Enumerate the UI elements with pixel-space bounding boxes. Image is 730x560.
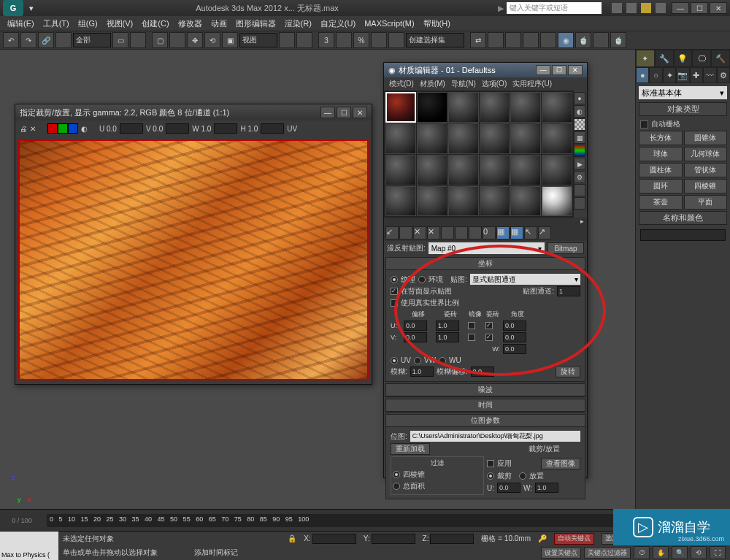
material-slot[interactable] bbox=[542, 186, 572, 217]
material-slot[interactable] bbox=[448, 123, 479, 154]
undo-button[interactable]: ↶ bbox=[3, 32, 19, 48]
selection-filter[interactable]: 全部 bbox=[73, 33, 111, 47]
go-parent-button[interactable]: ↖ bbox=[524, 226, 537, 239]
summed-radio[interactable] bbox=[393, 483, 400, 490]
crop-radio[interactable] bbox=[487, 472, 494, 480]
mirror-button[interactable]: ⇄ bbox=[470, 32, 486, 48]
mat-min-button[interactable]: — bbox=[536, 65, 550, 75]
angle-snap-button[interactable] bbox=[336, 32, 352, 48]
snap-button[interactable]: 3 bbox=[318, 32, 334, 48]
tool-icon[interactable]: 🔧 bbox=[655, 50, 674, 67]
rotate-button[interactable]: ⟲ bbox=[204, 32, 220, 48]
autokey-button[interactable]: 自动关键点 bbox=[554, 533, 594, 545]
space-icon[interactable]: 〰 bbox=[703, 67, 716, 83]
render-button[interactable]: 🍵 bbox=[610, 32, 626, 48]
prim-geosphere[interactable]: 几何球体 bbox=[684, 147, 728, 161]
key-icon[interactable]: 🔑 bbox=[538, 534, 547, 542]
select-name-button[interactable] bbox=[130, 32, 146, 48]
material-slot[interactable] bbox=[510, 155, 541, 185]
menu-rendering[interactable]: 渲染(R) bbox=[282, 18, 315, 29]
named-selset-dropdown[interactable]: 创建选择集 bbox=[406, 33, 464, 47]
prim-teapot[interactable]: 茶壶 bbox=[639, 195, 683, 210]
ref-coord-dropdown[interactable]: 视图 bbox=[239, 33, 277, 47]
material-editor-button[interactable]: ◉ bbox=[558, 32, 574, 48]
noise-rollout[interactable]: 噪波 bbox=[386, 384, 585, 396]
blur-spinner[interactable]: 1.0 bbox=[410, 367, 434, 377]
u-angle[interactable]: 0.0 bbox=[503, 321, 526, 331]
material-slot[interactable] bbox=[417, 186, 447, 217]
wu-radio[interactable] bbox=[439, 357, 446, 364]
v-spinner[interactable] bbox=[166, 123, 189, 134]
menu-maxscript[interactable]: MAXScript(M) bbox=[361, 19, 417, 28]
material-slot[interactable] bbox=[510, 186, 541, 217]
menu-grapheditors[interactable]: 图形编辑器 bbox=[233, 18, 279, 29]
prim-plane[interactable]: 平面 bbox=[684, 195, 728, 210]
layers-button[interactable] bbox=[505, 32, 521, 48]
window-crossing-button[interactable] bbox=[169, 32, 185, 48]
material-slot[interactable] bbox=[385, 155, 416, 185]
mat-max-button[interactable]: ☐ bbox=[552, 65, 566, 75]
backlight-button[interactable]: ◐ bbox=[574, 105, 585, 118]
v-offset[interactable]: 0.0 bbox=[404, 332, 427, 342]
help-icon[interactable] bbox=[656, 3, 666, 13]
x-coord[interactable] bbox=[312, 534, 356, 544]
environ-radio[interactable] bbox=[418, 276, 426, 283]
prim-box[interactable]: 长方体 bbox=[639, 131, 683, 145]
show-in-vp-button[interactable]: ▦ bbox=[496, 226, 510, 239]
time-rollout[interactable]: 时间 bbox=[386, 399, 585, 412]
bluroff-spinner[interactable]: 0.0 bbox=[471, 367, 494, 377]
mat-menu-options[interactable]: 选项(O) bbox=[480, 79, 509, 89]
autogrid-checkbox[interactable] bbox=[640, 120, 648, 129]
help-search-input[interactable]: 键入关键字或短语 bbox=[507, 2, 602, 14]
bitmap-preview-image[interactable] bbox=[18, 139, 369, 380]
render-fb-button[interactable] bbox=[593, 32, 609, 48]
reload-button[interactable]: 重新加载 bbox=[391, 443, 430, 455]
crop-w[interactable]: 1.0 bbox=[535, 483, 558, 493]
uv-radio[interactable] bbox=[391, 357, 398, 364]
nav-maximize-button[interactable]: ⛶ bbox=[710, 546, 726, 559]
v-angle[interactable]: 0.0 bbox=[503, 332, 526, 342]
background-button[interactable] bbox=[574, 118, 585, 131]
material-slot[interactable] bbox=[385, 123, 416, 154]
r-channel[interactable] bbox=[47, 123, 58, 134]
v-mirror[interactable] bbox=[468, 334, 475, 341]
minimize-button[interactable]: — bbox=[672, 2, 689, 14]
material-slot[interactable] bbox=[417, 155, 447, 185]
material-slot[interactable] bbox=[480, 186, 510, 217]
schematic-button[interactable] bbox=[540, 32, 556, 48]
move-button[interactable]: ✥ bbox=[187, 32, 203, 48]
keyfilter-button[interactable]: 关键点过滤器 bbox=[584, 547, 631, 559]
material-slot[interactable] bbox=[480, 155, 510, 185]
menu-customize[interactable]: 自定义(U) bbox=[318, 18, 358, 29]
select-button[interactable]: ▭ bbox=[112, 32, 128, 48]
make-preview-button[interactable]: ▶ bbox=[574, 158, 585, 170]
material-slot[interactable] bbox=[448, 92, 479, 123]
y-coord[interactable] bbox=[372, 534, 415, 544]
close-button[interactable]: ✕ bbox=[710, 2, 727, 14]
u-spinner[interactable] bbox=[120, 123, 143, 134]
mapchannel-spinner[interactable]: 1 bbox=[557, 286, 580, 296]
video-check-button[interactable] bbox=[574, 145, 585, 157]
vw-radio[interactable] bbox=[414, 357, 421, 364]
spinner-snap-button[interactable] bbox=[371, 32, 387, 48]
print-icon[interactable]: 🖨 bbox=[20, 125, 27, 133]
go-forward-button[interactable]: ↗ bbox=[538, 226, 551, 239]
nav-pan-button[interactable]: ✋ bbox=[653, 546, 669, 559]
bmp-max-button[interactable]: ☐ bbox=[337, 107, 351, 118]
material-slot[interactable] bbox=[542, 123, 572, 154]
reset-button[interactable]: ✕ bbox=[427, 226, 440, 239]
bmp-close-button[interactable]: ✕ bbox=[353, 107, 367, 118]
uv-tile-button[interactable]: ▦ bbox=[574, 131, 585, 144]
rect-select-button[interactable]: ▢ bbox=[152, 32, 168, 48]
cp-create-tab[interactable]: ✦ bbox=[636, 50, 655, 67]
geom-icon[interactable]: ● bbox=[636, 67, 649, 83]
material-slot[interactable] bbox=[417, 123, 447, 154]
bmp-min-button[interactable]: — bbox=[320, 107, 335, 118]
menu-help[interactable]: 帮助(H) bbox=[420, 18, 453, 29]
percent-snap-button[interactable]: % bbox=[353, 32, 369, 48]
w-spinner[interactable] bbox=[214, 123, 237, 134]
map-name-field[interactable]: Map #0▾ bbox=[429, 242, 545, 254]
g-channel[interactable] bbox=[58, 123, 68, 134]
sample-type-button[interactable]: ● bbox=[574, 92, 585, 104]
redo-button[interactable]: ↷ bbox=[20, 32, 36, 48]
